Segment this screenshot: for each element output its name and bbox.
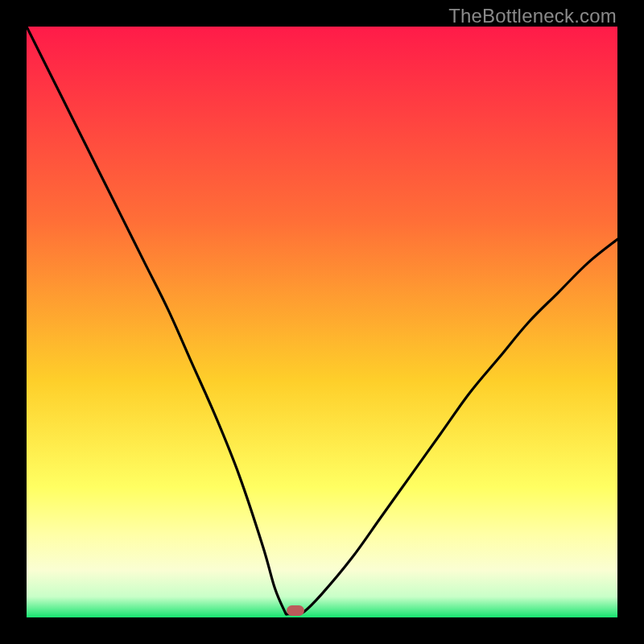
bottleneck-curve	[27, 27, 617, 617]
plot-area	[27, 27, 617, 617]
chart-frame: TheBottleneck.com	[0, 0, 644, 644]
watermark-text: TheBottleneck.com	[448, 5, 617, 27]
optimum-marker	[287, 605, 304, 616]
